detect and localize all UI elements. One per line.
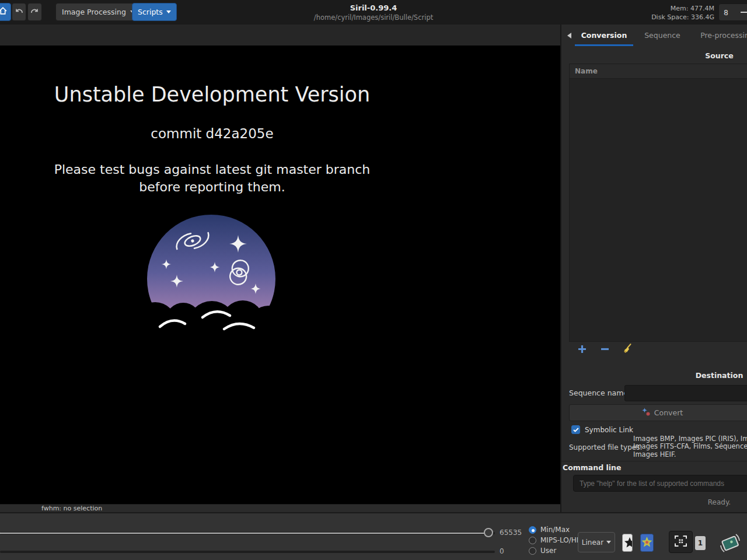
convert-label: Convert bbox=[654, 408, 683, 417]
display-mode-dropdown[interactable]: Linear bbox=[578, 532, 615, 552]
siril-window: Image Processing Scripts Siril-0.99.4 /h… bbox=[0, 0, 747, 560]
convert-button[interactable]: Convert bbox=[569, 404, 747, 421]
panel-tabbar: Conversion Sequence Pre-processing bbox=[575, 24, 747, 46]
scripts-menu-button[interactable]: Scripts bbox=[132, 3, 177, 21]
image-processing-label: Image Processing bbox=[62, 8, 126, 16]
radio-row-minmax[interactable]: Min/Max bbox=[529, 525, 570, 534]
name-column-header[interactable]: Name bbox=[570, 64, 747, 79]
negative-view-button[interactable] bbox=[622, 534, 633, 554]
tab-pre-processing[interactable]: Pre-processing bbox=[692, 24, 747, 46]
tab-label: Sequence bbox=[644, 31, 680, 40]
splash-commit: commit d42a205e bbox=[0, 126, 424, 141]
tab-label: Pre-processing bbox=[700, 31, 747, 40]
resource-info: Mem: 477.4M Disk Space: 336.4G bbox=[651, 4, 714, 22]
threads-value: 8 bbox=[719, 8, 741, 17]
fit-to-window-button[interactable] bbox=[669, 531, 693, 553]
siril-logo bbox=[145, 214, 279, 336]
zoom-one-label: 1 bbox=[698, 539, 703, 547]
fit-window-icon bbox=[675, 536, 687, 549]
minus-icon[interactable] bbox=[741, 12, 747, 13]
remove-files-button[interactable] bbox=[598, 343, 611, 356]
symbolic-link-checkbox[interactable] bbox=[571, 425, 580, 434]
redo-button[interactable] bbox=[27, 3, 42, 21]
splash-message-line1: Please test bugs against latest git mast… bbox=[0, 161, 424, 178]
radio-row-mips[interactable]: MIPS-LO/HI bbox=[529, 536, 578, 545]
symbolic-link-label: Symbolic Link bbox=[585, 426, 633, 434]
tab-conversion[interactable]: Conversion bbox=[575, 24, 633, 46]
fwhm-status: fwhm: no selection bbox=[41, 505, 102, 512]
right-panel: Conversion Sequence Pre-processing Sourc… bbox=[561, 24, 747, 512]
destination-heading: Destination bbox=[569, 371, 747, 380]
minmax-label: Min/Max bbox=[540, 526, 570, 534]
command-line-input[interactable] bbox=[573, 475, 747, 492]
fwhm-statusbar: fwhm: no selection bbox=[0, 504, 560, 512]
low-cutoff-slider[interactable] bbox=[0, 551, 495, 553]
source-heading: Source bbox=[569, 51, 747, 60]
collapse-panel-button[interactable] bbox=[564, 31, 574, 40]
supported-file-types-label: Supported file types: bbox=[569, 443, 642, 452]
user-label: User bbox=[540, 547, 556, 555]
user-radio[interactable] bbox=[529, 547, 536, 555]
scripts-label: Scripts bbox=[138, 8, 163, 16]
home-button[interactable] bbox=[0, 3, 11, 21]
ready-status: Ready. bbox=[569, 498, 747, 506]
displayed-image[interactable]: Unstable Development Version commit d42a… bbox=[0, 46, 560, 504]
disk-space: Disk Space: 336.4G bbox=[651, 13, 714, 22]
minus-icon bbox=[601, 344, 609, 355]
clear-list-button[interactable] bbox=[620, 343, 633, 356]
annotation-button[interactable] bbox=[719, 532, 741, 556]
redo-icon bbox=[30, 6, 39, 18]
sparkle-icon bbox=[642, 408, 650, 418]
mips-radio[interactable] bbox=[529, 537, 536, 544]
splash-message-line2: before reporting them. bbox=[0, 178, 424, 196]
broom-icon bbox=[622, 344, 631, 356]
display-controls-bar: 65535 0 Min/Max MIPS-LO/HI User Linear bbox=[0, 512, 747, 560]
tilted-photo-icon bbox=[719, 532, 741, 556]
display-mode-value: Linear bbox=[582, 538, 603, 547]
high-cutoff-slider-handle[interactable] bbox=[484, 528, 493, 537]
check-icon bbox=[573, 428, 579, 432]
chevron-down-icon bbox=[166, 10, 171, 13]
radio-row-user[interactable]: User bbox=[529, 546, 556, 555]
threads-spinbutton[interactable]: 8 bbox=[718, 4, 747, 21]
low-cutoff-value: 0 bbox=[500, 547, 504, 555]
command-divider bbox=[561, 461, 747, 461]
undo-icon bbox=[15, 6, 23, 18]
minmax-radio[interactable] bbox=[529, 526, 536, 534]
plus-icon bbox=[578, 344, 586, 355]
sequence-name-input[interactable] bbox=[624, 385, 747, 401]
sequence-name-label: Sequence name: bbox=[569, 385, 630, 401]
tab-label: Conversion bbox=[581, 31, 627, 40]
image-processing-menu-button[interactable]: Image Processing bbox=[55, 3, 141, 21]
negative-star-icon bbox=[622, 534, 633, 554]
mips-label: MIPS-LO/HI bbox=[540, 536, 578, 544]
supported-line: Images FITS-CFA, Films, Séquences SER bbox=[633, 443, 747, 450]
supported-line: Images HEIF. bbox=[633, 451, 747, 459]
high-cutoff-value: 65535 bbox=[500, 528, 522, 537]
chevron-left-icon bbox=[567, 33, 571, 38]
undo-button[interactable] bbox=[12, 3, 26, 21]
supported-line: Images BMP, Images PIC (IRIS), Images bbox=[633, 435, 747, 443]
memory-usage: Mem: 477.4M bbox=[651, 4, 714, 13]
color-rendering-button[interactable] bbox=[640, 534, 654, 554]
splash-message: Please test bugs against latest git mast… bbox=[0, 161, 424, 196]
symbolic-link-row: Symbolic Link bbox=[571, 425, 633, 434]
home-icon bbox=[0, 6, 8, 18]
color-star-icon bbox=[640, 534, 654, 554]
header-bar: Image Processing Scripts Siril-0.99.4 /h… bbox=[0, 0, 747, 24]
tab-sequence[interactable]: Sequence bbox=[633, 24, 692, 46]
source-file-list[interactable]: Name bbox=[569, 64, 747, 342]
command-line-heading: Command line bbox=[563, 463, 621, 472]
supported-file-types-value: Images BMP, Images PIC (IRIS), Images Im… bbox=[633, 435, 747, 459]
add-files-button[interactable] bbox=[575, 343, 588, 356]
high-cutoff-slider-fill bbox=[0, 533, 484, 534]
chevron-down-icon bbox=[606, 541, 611, 544]
image-canvas-area: Unstable Development Version commit d42a… bbox=[0, 24, 560, 512]
zoom-one-to-one-button[interactable]: 1 bbox=[695, 536, 706, 550]
splash-title: Unstable Development Version bbox=[0, 83, 424, 106]
